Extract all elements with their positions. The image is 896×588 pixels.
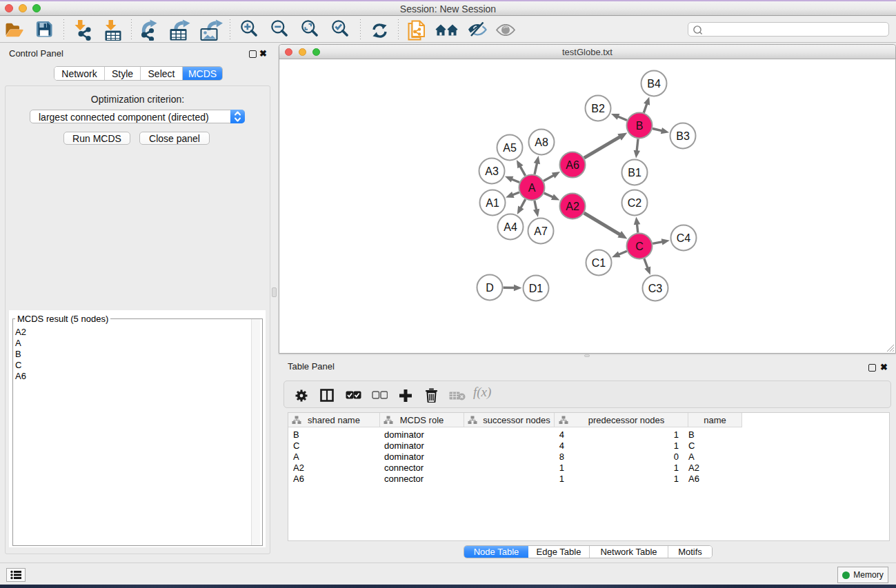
svg-text:B: B [636,120,644,132]
svg-text:C2: C2 [628,197,642,209]
svg-text:A2: A2 [566,201,579,212]
svg-text:C3: C3 [648,283,663,294]
svg-text:A4: A4 [504,221,517,233]
svg-text:B2: B2 [591,103,605,114]
svg-text:B4: B4 [647,78,661,90]
svg-text:C: C [635,241,644,252]
svg-text:A5: A5 [503,142,517,154]
svg-text:D: D [486,282,494,294]
svg-text:B3: B3 [676,130,690,142]
svg-text:A8: A8 [535,136,548,148]
svg-text:D1: D1 [529,283,544,294]
svg-text:C1: C1 [592,257,606,269]
svg-text:A6: A6 [566,159,579,171]
svg-text:A1: A1 [486,197,499,209]
svg-text:A7: A7 [534,225,548,237]
svg-text:A3: A3 [485,165,499,177]
svg-text:B1: B1 [628,167,641,179]
svg-text:A: A [528,182,536,194]
svg-text:C4: C4 [677,232,691,244]
